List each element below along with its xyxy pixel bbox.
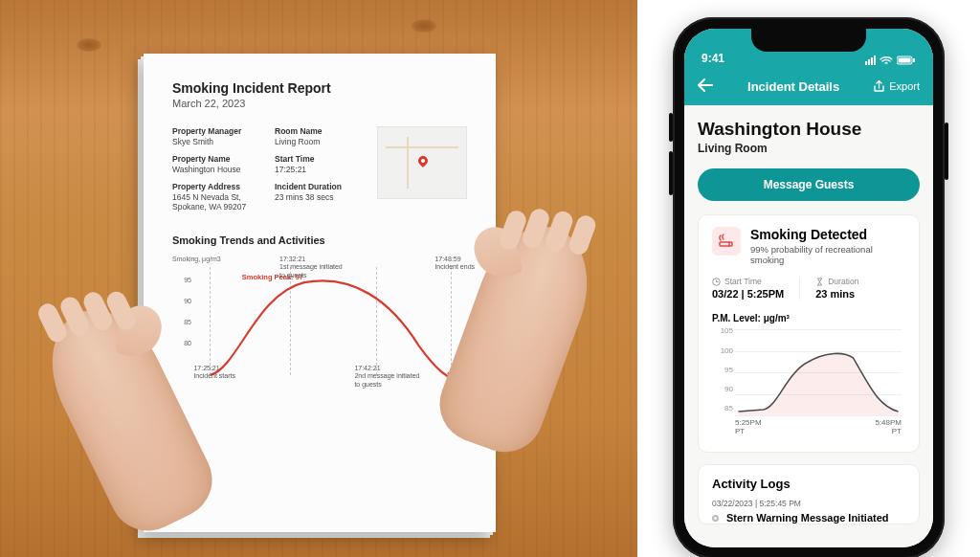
pm-level-chart: 105 100 95 90 85 [712, 329, 905, 436]
log-time: 03/22/2023 | 5:25:45 PM [712, 499, 905, 508]
desk-scene: Smoking Incident Report March 22, 2023 P… [0, 0, 637, 557]
app-header: Incident Details Export [684, 67, 933, 105]
chart-heading: Smoking Trends and Activities [172, 234, 467, 246]
event-caption: 17:25:21Incident starts [193, 365, 260, 381]
y-tick: 100 [712, 346, 733, 355]
y-tick: 85 [172, 319, 191, 325]
clock-icon [712, 278, 721, 286]
field-value: 23 mins 38 secs [275, 192, 360, 202]
field-value: Skye Smith [172, 137, 257, 146]
smoking-trend-chart: Smoking, μg/m3 95 90 85 80 Smoking Peak:… [172, 256, 467, 399]
x-label-start: 5:25PMPT [735, 419, 762, 436]
event-caption: 17:42:212nd message initiated to guests [354, 365, 421, 389]
pm-level-label: P.M. Level: μg/m³ [712, 313, 905, 323]
field-label: Incident Duration [275, 182, 360, 191]
detection-card: Smoking Detected 99% probability of recr… [698, 214, 920, 453]
battery-icon [897, 56, 916, 65]
y-tick: 80 [172, 340, 191, 346]
y-tick: 95 [172, 277, 191, 283]
map-pin-icon [416, 154, 430, 167]
event-caption: 17:32:211st message initiated to guests [279, 256, 346, 279]
svg-rect-4 [913, 58, 915, 62]
y-tick: 90 [172, 298, 191, 304]
status-time: 9:41 [702, 52, 724, 65]
field-value: Living Room [275, 137, 360, 146]
status-icons [865, 56, 916, 65]
message-guests-button[interactable]: Message Guests [698, 168, 920, 201]
timeline-dot-icon [712, 515, 719, 522]
property-name: Washington House [698, 119, 920, 140]
phone-mockup-panel: 9:41 Incident Details Export Washin [637, 0, 980, 557]
phone-frame: 9:41 Incident Details Export Washin [673, 17, 945, 557]
field-label: Start Time [275, 154, 360, 164]
wifi-icon [880, 56, 893, 65]
field-label: Property Name [172, 154, 257, 164]
detection-subtitle: 99% probability of recreational smoking [750, 244, 905, 265]
x-label-end: 5:48PMPT [875, 419, 902, 436]
svg-rect-5 [720, 242, 732, 246]
field-label: Property Address [172, 182, 257, 191]
report-title: Smoking Incident Report [172, 80, 467, 96]
y-tick: 95 [712, 366, 733, 374]
export-button[interactable]: Export [874, 80, 920, 92]
hourglass-icon [815, 278, 824, 286]
smoking-icon [712, 227, 741, 256]
field-value: 1645 N Nevada St, Spokane, WA 99207 [172, 192, 257, 212]
wood-grain [412, 19, 436, 33]
phone-screen: 9:41 Incident Details Export Washin [684, 29, 933, 547]
field-value: 17:25:21 [275, 165, 360, 174]
y-axis-label: Smoking, μg/m3 [172, 256, 221, 262]
y-tick: 90 [712, 385, 733, 393]
log-text: Stern Warning Message Initiated [726, 512, 889, 524]
meta-label: Duration [828, 277, 858, 286]
map-thumbnail [377, 126, 467, 199]
detection-title: Smoking Detected [750, 227, 905, 242]
duration-value: 23 mins [815, 288, 858, 300]
log-entry: Stern Warning Message Initiated [712, 512, 905, 524]
y-tick: 105 [712, 326, 733, 335]
wood-grain [77, 38, 101, 52]
back-button[interactable] [698, 78, 713, 95]
share-icon [874, 80, 884, 92]
report-details: Property Manager Skye Smith Property Nam… [172, 126, 467, 212]
report-date: March 22, 2023 [172, 98, 467, 109]
room-name: Living Room [698, 142, 920, 155]
pm-line [735, 329, 902, 415]
meta-label: Start Time [724, 277, 762, 286]
logs-title: Activity Logs [712, 477, 905, 491]
field-label: Property Manager [172, 126, 257, 136]
field-label: Room Name [275, 126, 360, 136]
app-body[interactable]: Washington House Living Room Message Gue… [684, 105, 933, 547]
signal-icon [865, 56, 876, 65]
start-time-value: 03/22 | 5:25PM [712, 288, 784, 300]
phone-notch [751, 29, 866, 52]
activity-logs-card: Activity Logs 03/22/2023 | 5:25:45 PM St… [698, 464, 920, 524]
y-tick: 85 [712, 404, 733, 412]
svg-rect-3 [899, 58, 911, 63]
export-label: Export [889, 80, 920, 92]
field-value: Washington House [172, 165, 257, 174]
page-title: Incident Details [747, 79, 839, 94]
